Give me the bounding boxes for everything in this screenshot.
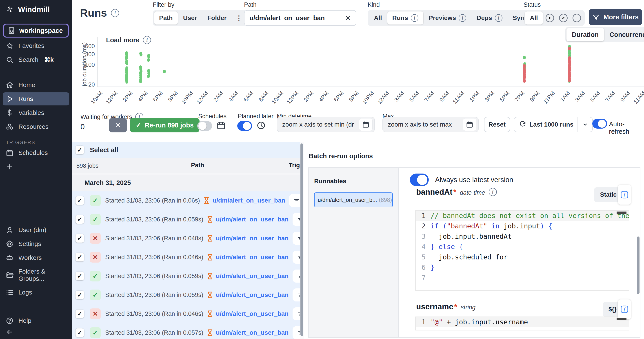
path-input[interactable]: u/dm/alert_on_user_ban ✕ bbox=[244, 10, 356, 26]
sidebar-item-variables[interactable]: Variables bbox=[0, 106, 72, 120]
table-row[interactable]: ✓✓Started 31/03, 23:06 (Ran in 0.059s)u/… bbox=[72, 267, 300, 285]
row-checkbox[interactable]: ✓ bbox=[76, 291, 84, 299]
select-all-row[interactable]: ✓ Select all bbox=[72, 142, 300, 158]
success-run-dot[interactable] bbox=[147, 74, 150, 78]
sidebar-item-runs[interactable]: Runs bbox=[3, 92, 69, 105]
min-calendar-button[interactable] bbox=[359, 118, 372, 131]
sidebar-item-folders-groups[interactable]: Folders & Groups... bbox=[0, 265, 72, 285]
runs-window-button[interactable]: Last 1000 runs bbox=[514, 117, 593, 132]
min-datetime-input[interactable]: zoom x axis to set min (dr bbox=[277, 117, 375, 132]
editor-hscrollbar-thumb[interactable] bbox=[616, 212, 626, 214]
reset-button[interactable]: Reset bbox=[484, 117, 510, 132]
sidebar-item-search[interactable]: Search⌘k bbox=[0, 53, 72, 67]
rerun-jobs-button[interactable]: ✓ Re-run 898 jobs bbox=[130, 118, 200, 132]
run-path-link[interactable]: u/dm/alert_on_user_ban bbox=[216, 291, 289, 298]
run-path-link[interactable]: u/dm/alert_on_user_ban bbox=[216, 272, 289, 280]
kind-option-deps[interactable]: Depsi bbox=[472, 12, 507, 25]
sidebar-item-workers[interactable]: Workers bbox=[0, 251, 72, 265]
schedules-toggle[interactable] bbox=[197, 121, 212, 131]
filter-by-option-user[interactable]: User bbox=[178, 12, 202, 25]
mode-option-expression-button[interactable]: f bbox=[618, 299, 631, 319]
runs-info-icon[interactable]: i bbox=[111, 9, 119, 17]
table-row[interactable]: ✓✓Started 31/03, 23:06 (Ran in 0.059s)u/… bbox=[72, 210, 300, 229]
run-path-link[interactable]: u/dm/alert_on_user_ban bbox=[216, 310, 289, 317]
success-run-dot[interactable] bbox=[139, 80, 142, 83]
code-editor-username[interactable]: 1"@" + job.input.username bbox=[415, 316, 629, 330]
latest-version-toggle[interactable] bbox=[410, 174, 429, 186]
workspace-switcher[interactable]: workingspace bbox=[3, 24, 69, 38]
row-checkbox[interactable]: ✓ bbox=[76, 215, 84, 224]
select-all-checkbox[interactable]: ✓ bbox=[76, 146, 84, 154]
failed-run-dot[interactable] bbox=[568, 79, 571, 82]
kind-option-previews[interactable]: Previewsi bbox=[424, 12, 471, 25]
sidebar-item-home[interactable]: Home bbox=[0, 78, 72, 92]
app-logo[interactable]: Windmill bbox=[0, 0, 72, 19]
success-run-dot[interactable] bbox=[147, 58, 150, 62]
max-datetime-input[interactable]: zoom x axis to set max bbox=[382, 117, 478, 132]
cancel-selection-button[interactable]: ✕ bbox=[109, 118, 127, 132]
success-run-dot[interactable] bbox=[126, 80, 128, 84]
status-option-play-circle[interactable] bbox=[543, 12, 556, 25]
load-more-info-icon[interactable]: i bbox=[143, 36, 151, 44]
sidebar-item-help[interactable]: Help bbox=[0, 314, 72, 328]
run-path-link[interactable]: u/dm/alert_on_user_ban bbox=[216, 329, 289, 336]
row-checkbox[interactable]: ✓ bbox=[76, 234, 84, 243]
row-checkbox[interactable]: ✓ bbox=[76, 328, 84, 337]
run-path-link[interactable]: u/dm/alert_on_user_ban bbox=[216, 235, 289, 242]
filter-by-option-folder[interactable]: Folder bbox=[202, 12, 232, 25]
sidebar-item-user-dm[interactable]: User (dm) bbox=[0, 223, 72, 237]
table-row[interactable]: ✓✓Started 31/03, 23:06 (Ran in 0.06s)u/d… bbox=[72, 191, 300, 210]
run-path-link[interactable]: u/dm/alert_on_user_ban bbox=[212, 197, 285, 204]
failed-run-dot[interactable] bbox=[523, 79, 526, 83]
clear-path-icon[interactable]: ✕ bbox=[345, 14, 351, 22]
row-args-button[interactable] bbox=[292, 326, 300, 339]
field-info-icon[interactable]: i bbox=[489, 188, 497, 196]
kind-option-runs[interactable]: Runsi bbox=[388, 12, 423, 25]
list-scrollbar-thumb[interactable] bbox=[300, 143, 303, 336]
table-row[interactable]: ✓✓Started 31/03, 23:06 (Ran in 0.059s)u/… bbox=[72, 285, 300, 304]
runs-window-dropdown[interactable] bbox=[578, 117, 592, 132]
sidebar-item-settings[interactable]: Settings bbox=[0, 237, 72, 251]
sidebar-item-schedules[interactable]: Schedules bbox=[0, 146, 72, 160]
success-run-dot[interactable] bbox=[126, 62, 128, 65]
table-row[interactable]: ✓✕Started 31/03, 23:06 (Ran in 0.048s)u/… bbox=[72, 229, 300, 248]
success-run-dot[interactable] bbox=[523, 56, 526, 59]
row-args-button[interactable] bbox=[292, 213, 300, 226]
run-path-link[interactable]: u/dm/alert_on_user_ban bbox=[216, 254, 289, 261]
editor-hscrollbar-thumb[interactable] bbox=[616, 318, 626, 320]
runnable-item[interactable]: u/dm/alert_on_user_b... (898) bbox=[314, 192, 393, 207]
row-args-button[interactable] bbox=[292, 307, 300, 320]
row-checkbox[interactable]: ✓ bbox=[76, 309, 84, 318]
failed-run-dot[interactable] bbox=[568, 47, 571, 50]
row-args-button[interactable] bbox=[292, 288, 300, 301]
code-editor-bannedAt[interactable]: 1// bannedAt does not exist on all versi… bbox=[415, 210, 629, 291]
load-more-button[interactable]: Load more i bbox=[106, 36, 151, 44]
mode-option-expression-button[interactable]: f bbox=[618, 185, 631, 205]
chart-view-concurrency[interactable]: Concurrency bbox=[604, 28, 644, 41]
autorefresh-toggle[interactable] bbox=[592, 119, 607, 129]
planned-later-toggle[interactable] bbox=[237, 121, 252, 131]
row-checkbox[interactable]: ✓ bbox=[76, 272, 84, 280]
row-checkbox[interactable]: ✓ bbox=[76, 196, 84, 205]
collapse-sidebar-button[interactable] bbox=[0, 328, 72, 339]
status-option-check-circle[interactable] bbox=[557, 12, 570, 25]
table-row[interactable]: ✓✓Started 31/03, 23:06 (Ran in 0.057s)u/… bbox=[72, 323, 300, 339]
run-path-link[interactable]: u/dm/alert_on_user_ban bbox=[216, 216, 289, 223]
success-run-dot[interactable] bbox=[125, 57, 128, 60]
filter-by-option-path[interactable]: Path bbox=[154, 12, 178, 25]
table-row[interactable]: ✓✕Started 31/03, 23:06 (Ran in 0.046s)u/… bbox=[72, 304, 300, 323]
row-checkbox[interactable]: ✓ bbox=[76, 253, 84, 261]
max-calendar-button[interactable] bbox=[463, 118, 476, 131]
status-option-alert-circle[interactable] bbox=[570, 12, 583, 25]
row-args-button[interactable] bbox=[292, 232, 300, 245]
sidebar-item-resources[interactable]: Resources bbox=[0, 120, 72, 134]
chart-view-duration[interactable]: Duration bbox=[566, 28, 604, 41]
runs-chart[interactable]: Load more i DurationConcurrency job dura… bbox=[72, 27, 644, 106]
success-run-dot[interactable] bbox=[163, 70, 166, 73]
success-run-dot[interactable] bbox=[140, 53, 142, 57]
row-args-button[interactable] bbox=[292, 251, 300, 264]
list-scrollbar[interactable] bbox=[300, 142, 304, 339]
status-option-all[interactable]: All bbox=[525, 12, 543, 25]
sidebar-item-plus[interactable] bbox=[0, 160, 72, 174]
row-args-button[interactable] bbox=[289, 194, 300, 207]
